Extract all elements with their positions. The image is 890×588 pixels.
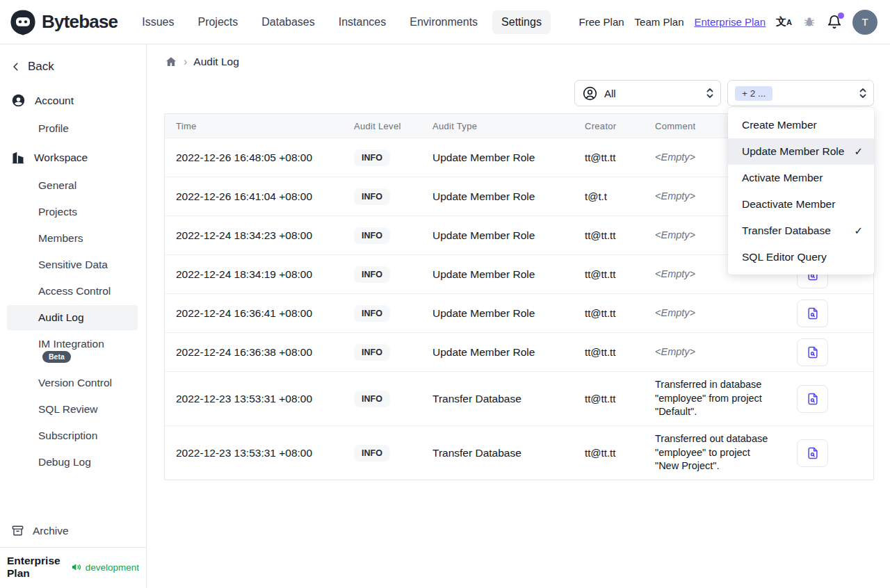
menu-item-transfer-database[interactable]: Transfer Database✓ bbox=[728, 218, 874, 244]
row-comment: Transferred out database "employee" to p… bbox=[655, 432, 782, 473]
table-row: 2022-12-23 13:53:31 +08:00 INFO Transfer… bbox=[165, 425, 873, 480]
avatar[interactable]: T bbox=[852, 10, 877, 35]
breadcrumb-separator: › bbox=[184, 56, 187, 68]
sidebar-section-workspace: Workspace bbox=[0, 144, 146, 172]
menu-item-create-member[interactable]: Create Member bbox=[728, 112, 874, 138]
bug-icon[interactable] bbox=[802, 15, 816, 29]
sidebar-item-projects[interactable]: Projects bbox=[7, 199, 138, 224]
audit-type-filter-select[interactable]: + 2 ... bbox=[727, 80, 874, 106]
nav-link-settings[interactable]: Settings bbox=[492, 10, 551, 34]
column-header-creator: Creator bbox=[585, 121, 655, 131]
beta-badge: Beta bbox=[42, 351, 71, 363]
archive-icon bbox=[11, 524, 24, 537]
audit-level-badge: INFO bbox=[354, 188, 390, 205]
table-row: 2022-12-23 13:53:31 +08:00 INFO Transfer… bbox=[165, 371, 873, 425]
notifications-bell-icon[interactable] bbox=[827, 15, 842, 30]
audit-level-badge: INFO bbox=[354, 227, 390, 244]
bytebase-logo-icon bbox=[10, 9, 36, 35]
column-header-audit-type: Audit Type bbox=[432, 121, 585, 131]
home-icon[interactable] bbox=[165, 56, 177, 68]
sidebar-section-account: Account bbox=[0, 86, 146, 115]
sidebar-item-audit-log[interactable]: Audit Log bbox=[7, 305, 138, 330]
account-section-title: Account bbox=[35, 95, 74, 107]
nav-links: Issues Projects Databases Instances Envi… bbox=[133, 10, 551, 34]
bytebase-logo[interactable]: Bytebase bbox=[10, 9, 118, 35]
archive-label: Archive bbox=[33, 525, 69, 537]
enterprise-plan-link[interactable]: Enterprise Plan bbox=[694, 16, 766, 28]
menu-item-update-member-role[interactable]: Update Member Role✓ bbox=[728, 138, 874, 165]
row-audit-type: Update Member Role bbox=[432, 268, 585, 281]
sidebar-item-access-control[interactable]: Access Control bbox=[7, 279, 138, 304]
row-audit-type: Update Member Role bbox=[432, 229, 585, 242]
nav-link-instances[interactable]: Instances bbox=[330, 10, 395, 34]
translate-icon[interactable]: 文A bbox=[776, 15, 792, 28]
row-creator: tt@tt.tt bbox=[585, 152, 655, 163]
view-detail-button[interactable] bbox=[797, 338, 828, 366]
view-detail-button[interactable] bbox=[797, 300, 828, 327]
row-audit-type: Transfer Database bbox=[432, 447, 585, 459]
row-audit-type: Update Member Role bbox=[432, 307, 585, 320]
check-icon: ✓ bbox=[854, 145, 863, 158]
row-time: 2022-12-24 16:36:41 +08:00 bbox=[165, 307, 354, 320]
row-time: 2022-12-24 16:36:38 +08:00 bbox=[165, 346, 354, 359]
chevron-left-icon bbox=[11, 62, 21, 72]
audit-level-badge: INFO bbox=[354, 445, 390, 462]
row-time: 2022-12-23 13:53:31 +08:00 bbox=[165, 393, 354, 405]
check-icon: ✓ bbox=[854, 224, 863, 237]
current-plan-row: Enterprise Plan development bbox=[0, 547, 146, 588]
sidebar-item-profile[interactable]: Profile bbox=[7, 116, 138, 141]
row-time: 2022-12-24 18:34:19 +08:00 bbox=[165, 268, 354, 281]
view-detail-button[interactable] bbox=[797, 385, 828, 413]
sidebar-item-members[interactable]: Members bbox=[7, 226, 138, 251]
sidebar-item-general[interactable]: General bbox=[7, 173, 138, 198]
sidebar-item-im-integration[interactable]: IM IntegrationBeta bbox=[7, 332, 138, 369]
sidebar-item-sql-review[interactable]: SQL Review bbox=[7, 397, 138, 422]
current-plan-name: Enterprise Plan bbox=[7, 555, 67, 580]
audit-type-dropdown-menu: Create Member Update Member Role✓ Activa… bbox=[728, 108, 874, 275]
nav-link-issues[interactable]: Issues bbox=[133, 10, 183, 34]
chevron-updown-icon bbox=[706, 87, 714, 99]
sidebar-item-subscription[interactable]: Subscription bbox=[7, 423, 138, 448]
user-circle-icon bbox=[582, 85, 598, 101]
view-detail-button[interactable] bbox=[797, 439, 828, 467]
nav-link-environments[interactable]: Environments bbox=[400, 10, 487, 34]
menu-item-deactivate-member[interactable]: Deactivate Member bbox=[728, 191, 874, 218]
creator-filter-value: All bbox=[604, 88, 616, 99]
nav-link-projects[interactable]: Projects bbox=[188, 10, 247, 34]
filter-row: All + 2 ... bbox=[147, 80, 890, 106]
account-icon bbox=[11, 93, 26, 108]
row-comment: <Empty> bbox=[655, 307, 782, 320]
row-time: 2022-12-24 18:34:23 +08:00 bbox=[165, 229, 354, 242]
workspace-section-title: Workspace bbox=[34, 152, 88, 164]
row-creator: tt@tt.tt bbox=[585, 393, 655, 405]
workspace-icon bbox=[11, 151, 25, 165]
sidebar-item-archive[interactable]: Archive bbox=[0, 516, 146, 547]
menu-item-activate-member[interactable]: Activate Member bbox=[728, 165, 874, 191]
environment-label: development bbox=[86, 562, 139, 573]
team-plan-label[interactable]: Team Plan bbox=[635, 16, 684, 28]
row-time: 2022-12-23 13:53:31 +08:00 bbox=[165, 447, 354, 459]
back-label: Back bbox=[28, 60, 54, 74]
sidebar-item-version-control[interactable]: Version Control bbox=[7, 370, 138, 395]
breadcrumb: › Audit Log bbox=[147, 44, 890, 68]
row-creator: tt@tt.tt bbox=[585, 268, 655, 280]
sidebar-item-debug-log[interactable]: Debug Log bbox=[7, 450, 138, 475]
back-button[interactable]: Back bbox=[0, 51, 146, 83]
audit-level-badge: INFO bbox=[354, 305, 390, 322]
row-audit-type: Update Member Role bbox=[432, 190, 585, 203]
audit-level-badge: INFO bbox=[354, 266, 390, 283]
row-audit-type: Update Member Role bbox=[432, 152, 585, 164]
creator-filter-select[interactable]: All bbox=[574, 80, 721, 106]
sidebar-item-sensitive-data[interactable]: Sensitive Data bbox=[7, 252, 138, 277]
audit-level-badge: INFO bbox=[354, 149, 390, 166]
free-plan-label[interactable]: Free Plan bbox=[579, 16, 624, 28]
nav-link-databases[interactable]: Databases bbox=[252, 10, 324, 34]
menu-item-sql-editor-query[interactable]: SQL Editor Query bbox=[728, 244, 874, 270]
brand-name: Bytebase bbox=[42, 11, 118, 33]
audit-level-badge: INFO bbox=[354, 391, 390, 407]
breadcrumb-current: Audit Log bbox=[193, 56, 239, 68]
row-time: 2022-12-26 16:41:04 +08:00 bbox=[165, 190, 354, 203]
row-audit-type: Update Member Role bbox=[432, 346, 585, 359]
row-creator: t@t.t bbox=[585, 190, 655, 202]
row-creator: tt@tt.tt bbox=[585, 307, 655, 319]
